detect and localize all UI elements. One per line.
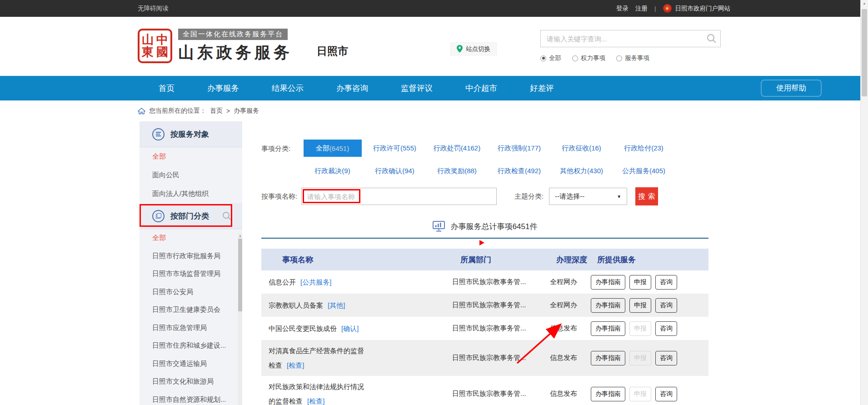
guide-button[interactable]: 办事指南 bbox=[591, 387, 625, 401]
breadcrumb-current[interactable]: 办事服务 bbox=[234, 107, 259, 115]
department-item[interactable]: 日照市卫生健康委员会 bbox=[140, 301, 242, 319]
item-tag-link[interactable]: [检查] bbox=[287, 361, 304, 369]
service-target-icon bbox=[152, 128, 165, 140]
item-tag-link[interactable]: [确认] bbox=[341, 325, 359, 332]
table-row: 中国公民变更民族成份[确认] 日照市民族宗教事务管... 信息发布 办事指南 申… bbox=[261, 317, 708, 340]
item-search-button[interactable]: 搜 索 bbox=[635, 187, 658, 205]
department-item[interactable]: 全部 bbox=[140, 229, 242, 247]
breadcrumb-home-link[interactable]: 首页 bbox=[210, 107, 223, 115]
consult-button[interactable]: 咨询 bbox=[655, 298, 677, 313]
category-link[interactable]: 行政征收(16) bbox=[562, 144, 601, 153]
scrollbar-up-arrow-icon[interactable]: ▲ bbox=[238, 233, 242, 239]
category-link[interactable]: 行政裁决(9) bbox=[314, 167, 350, 175]
category-filter-grid: 全部 (6451) 行政许可(555) 行政处罚(4162) 行政强制(177)… bbox=[301, 140, 675, 175]
help-button[interactable]: 使用帮助 bbox=[761, 80, 822, 97]
category-link[interactable]: 行政确认(94) bbox=[375, 167, 414, 175]
department-item[interactable]: 日照市交通运输局 bbox=[140, 355, 242, 373]
department-item[interactable]: 日照市自然资源和规划... bbox=[140, 391, 242, 405]
consult-button[interactable]: 咨询 bbox=[655, 387, 677, 401]
department-item[interactable]: 日照市住房和城乡建设... bbox=[140, 337, 242, 355]
item-department: 日照市民族宗教事务管... bbox=[452, 278, 550, 286]
item-tag-link[interactable]: [检查] bbox=[307, 397, 324, 405]
sidebar-scrollbar-thumb[interactable] bbox=[238, 239, 242, 311]
table-row: 宗教教职人员备案[其他] 日照市民族宗教事务管... 全程网办 办事指南 申报 … bbox=[261, 294, 708, 317]
main-nav: 首页 办事服务 结果公示 办事咨询 监督评议 中介超市 好差评 使用帮助 bbox=[0, 76, 868, 100]
category-link[interactable]: 行政强制(177) bbox=[498, 144, 541, 153]
column-header-depth: 办理深度 bbox=[550, 255, 591, 265]
nav-item-intermediary[interactable]: 中介超市 bbox=[449, 83, 514, 94]
department-search-icon[interactable] bbox=[222, 211, 231, 220]
category-link[interactable]: 行政处罚(4162) bbox=[434, 144, 480, 153]
register-link[interactable]: 注册 bbox=[635, 5, 648, 13]
platform-tagline: 全国一体化在线政务服务平台 bbox=[178, 29, 288, 40]
seal-char: 山 bbox=[142, 34, 154, 46]
nav-item-home[interactable]: 首页 bbox=[142, 83, 191, 94]
radio-unchecked-icon bbox=[616, 55, 622, 61]
category-link[interactable]: 行政检查(492) bbox=[498, 167, 541, 175]
home-icon bbox=[138, 108, 145, 115]
department-item[interactable]: 日照市行政审批服务局 bbox=[140, 247, 242, 265]
brand-title: 山东政务服务 bbox=[178, 42, 293, 63]
site-logo[interactable]: 山 東 中 國 全国一体化在线政务服务平台 山东政务服务 bbox=[138, 29, 293, 63]
item-tag-link[interactable]: [其他] bbox=[328, 301, 345, 309]
nav-item-supervision[interactable]: 监督评议 bbox=[384, 83, 449, 94]
scrollbar-up-arrow-icon[interactable]: ▲ bbox=[861, 0, 868, 7]
item-name-text: 信息公开 bbox=[269, 278, 296, 286]
page-scrollbar-thumb[interactable] bbox=[862, 9, 867, 96]
section-title: 按部门分类 bbox=[170, 211, 209, 221]
category-all-button-selected[interactable]: 全部 (6451) bbox=[304, 140, 362, 157]
sidebar-scrollbar[interactable]: ▲ bbox=[238, 233, 242, 405]
portal-link[interactable]: ★ 日照市政府门户网站 bbox=[663, 4, 731, 13]
topic-category-select[interactable]: --请选择-- ▼ bbox=[549, 188, 627, 205]
site-switch-button[interactable]: 站点切换 bbox=[450, 42, 497, 55]
accessibility-link[interactable]: 无障碍阅读 bbox=[138, 5, 169, 13]
category-link[interactable]: 行政奖励(88) bbox=[437, 167, 477, 175]
red-triangle-marker bbox=[479, 240, 484, 245]
stats-chart-monitor-icon bbox=[433, 221, 445, 232]
department-item[interactable]: 日照市文化和旅游局 bbox=[140, 373, 242, 391]
section-title: 按服务对象 bbox=[170, 129, 209, 140]
scope-option-service[interactable]: 服务事项 bbox=[616, 54, 649, 62]
apply-button-disabled: 申报 bbox=[629, 321, 651, 336]
department-item[interactable]: 日照市应急管理局 bbox=[140, 319, 242, 337]
main-content: 事项分类: 全部 (6451) 行政许可(555) 行政处罚(4162) 行政强… bbox=[242, 121, 730, 405]
guide-button[interactable]: 办事指南 bbox=[591, 321, 625, 336]
apply-button[interactable]: 申报 bbox=[629, 298, 651, 313]
section-divider bbox=[261, 238, 708, 239]
column-header-services: 所提供服务 bbox=[591, 255, 708, 265]
nav-item-results[interactable]: 结果公示 bbox=[255, 83, 320, 94]
category-link[interactable]: 公共服务(405) bbox=[622, 167, 665, 175]
service-target-item-citizen[interactable]: 面向公民 bbox=[140, 166, 242, 185]
filter-sidebar: 按服务对象 全部 面向公民 面向法人/其他组织 按部门分类 全部 日照市行政审批… bbox=[140, 121, 242, 405]
scope-option-power[interactable]: 权力事项 bbox=[572, 54, 605, 62]
service-target-item-all[interactable]: 全部 bbox=[140, 147, 242, 166]
section-by-department[interactable]: 按部门分类 bbox=[140, 203, 242, 229]
department-item[interactable]: 日照市公安局 bbox=[140, 283, 242, 301]
nav-item-consult[interactable]: 办事咨询 bbox=[320, 83, 384, 94]
page-scrollbar[interactable]: ▲ bbox=[860, 0, 868, 405]
search-submit-button[interactable] bbox=[707, 34, 717, 44]
guide-button[interactable]: 办事指南 bbox=[591, 351, 625, 365]
category-link[interactable]: 行政给付(23) bbox=[624, 144, 663, 153]
nav-item-rating[interactable]: 好差评 bbox=[514, 83, 570, 94]
department-item[interactable]: 日照市市场监督管理局 bbox=[140, 265, 242, 283]
item-name-input[interactable] bbox=[301, 188, 497, 205]
item-depth: 信息发布 bbox=[550, 390, 591, 398]
keyword-search-input[interactable] bbox=[540, 30, 721, 47]
consult-button[interactable]: 咨询 bbox=[655, 321, 677, 336]
category-link[interactable]: 行政许可(555) bbox=[373, 144, 416, 153]
category-link[interactable]: 其他权力(430) bbox=[560, 167, 603, 175]
apply-button[interactable]: 申报 bbox=[629, 275, 651, 290]
site-switch-label: 站点切换 bbox=[466, 45, 490, 53]
item-tag-link[interactable]: [公共服务] bbox=[300, 278, 331, 286]
service-target-item-legal[interactable]: 面向法人/其他组织 bbox=[140, 185, 242, 203]
scope-option-all[interactable]: 全部 bbox=[540, 54, 561, 62]
breadcrumb-separator: > bbox=[226, 107, 230, 115]
guide-button[interactable]: 办事指南 bbox=[591, 275, 625, 290]
consult-button[interactable]: 咨询 bbox=[655, 351, 677, 365]
nav-item-services[interactable]: 办事服务 bbox=[191, 83, 255, 94]
guide-button[interactable]: 办事指南 bbox=[591, 298, 625, 313]
consult-button[interactable]: 咨询 bbox=[655, 275, 677, 290]
login-link[interactable]: 登录 bbox=[616, 5, 629, 13]
section-by-service-target[interactable]: 按服务对象 bbox=[140, 121, 242, 147]
